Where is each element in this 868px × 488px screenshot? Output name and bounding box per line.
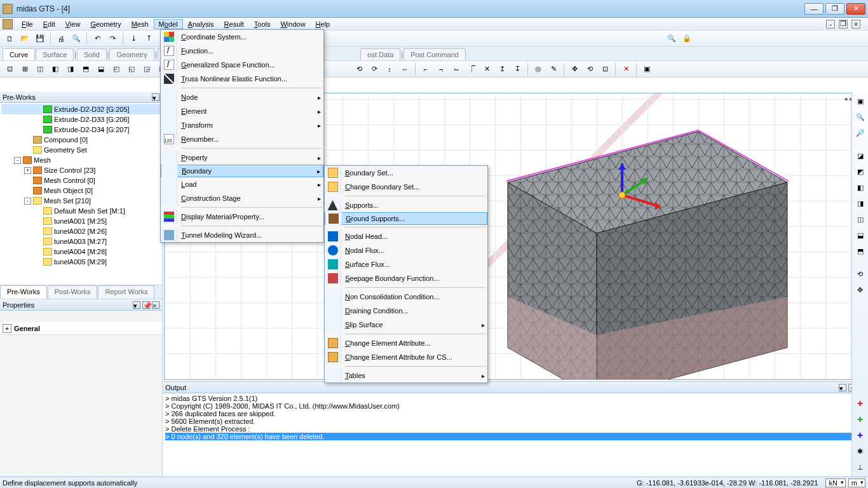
menu-edit[interactable]: Edit: [38, 19, 60, 29]
zoom-fit-icon[interactable]: ▣: [853, 94, 867, 108]
expand-icon[interactable]: +: [3, 324, 11, 333]
menu-item[interactable]: Surface Flux...: [325, 257, 487, 271]
tb2-icon[interactable]: ⌐: [419, 62, 433, 76]
tb2-icon[interactable]: ▣: [640, 62, 654, 76]
import-icon[interactable]: ⤓: [126, 32, 140, 46]
tree-item[interactable]: -Mesh Set [210]: [1, 196, 161, 206]
tree-item[interactable]: Mesh Object [0]: [1, 186, 161, 196]
tb2-icon[interactable]: ¬: [434, 62, 448, 76]
triad-x-icon[interactable]: ✚: [853, 396, 867, 410]
tab-curve[interactable]: Curve: [3, 48, 35, 60]
tb2-icon[interactable]: ⟲: [583, 62, 597, 76]
view-bottom-icon[interactable]: ⬓: [853, 228, 867, 242]
menu-item[interactable]: Transform: [161, 118, 323, 132]
model-dropdown[interactable]: Coordinate System...Function...Generaliz…: [160, 29, 324, 243]
redo-icon[interactable]: ↷: [105, 32, 119, 46]
tree-item[interactable]: Geometry Set: [1, 145, 161, 155]
tb2-icon[interactable]: ⟳: [367, 62, 381, 76]
output-lines[interactable]: > midas GTS Version 2.5.1(1)> Copyright …: [163, 393, 868, 477]
open-icon[interactable]: 📂: [18, 32, 32, 46]
tree-item[interactable]: tunelA002 [M:26]: [1, 226, 161, 236]
menu-item[interactable]: Coordinate System...: [161, 30, 323, 44]
menu-item[interactable]: Load: [161, 177, 323, 191]
tree-item[interactable]: Extrude-D2-D33 [G:206]: [1, 114, 161, 125]
menu-item[interactable]: Boundary Set...: [325, 166, 487, 180]
snap-icon[interactable]: ✱: [853, 444, 867, 458]
tree-item[interactable]: Extrude-D2-D34 [G:207]: [1, 125, 161, 135]
tb2-icon[interactable]: ⊡: [3, 62, 17, 76]
tb2-icon[interactable]: ⎾: [465, 62, 478, 76]
undo-icon[interactable]: ↶: [90, 32, 104, 46]
mdi-restore-icon[interactable]: ❐: [839, 20, 848, 29]
rotate-icon[interactable]: ⟲: [853, 267, 867, 281]
boundary-submenu[interactable]: Boundary Set...Change Boundary Set...Sup…: [324, 165, 488, 383]
menu-geometry[interactable]: Geometry: [85, 19, 126, 29]
menu-item[interactable]: Node: [161, 90, 323, 104]
menu-item[interactable]: Function...: [161, 44, 323, 58]
tb2-icon[interactable]: ◰: [109, 62, 123, 76]
tree-item[interactable]: tunelA003 [M:27]: [1, 236, 161, 247]
menu-item[interactable]: Boundary: [161, 165, 323, 177]
tb2-icon[interactable]: ◱: [125, 62, 139, 76]
view-right-icon[interactable]: ◨: [853, 196, 867, 210]
menu-item[interactable]: Seepage Boundary Function...: [325, 271, 487, 285]
pan-icon[interactable]: ✥: [853, 283, 867, 297]
dropdown-icon[interactable]: ▾: [133, 301, 140, 309]
menu-item[interactable]: Slip Surface: [325, 318, 487, 332]
tab-geometry[interactable]: Geometry: [109, 48, 154, 60]
tb2-icon[interactable]: ◫: [33, 62, 47, 76]
menu-tools[interactable]: Tools: [249, 19, 276, 29]
tree-item[interactable]: tunelA001 [M:25]: [1, 216, 161, 226]
zoom-in-icon[interactable]: 🔍: [853, 110, 867, 124]
tb2-icon[interactable]: ✕: [480, 62, 494, 76]
menu-item[interactable]: Change Boundary Set...: [325, 180, 487, 194]
save-icon[interactable]: 💾: [33, 32, 47, 46]
print-icon[interactable]: 🖨: [54, 32, 68, 46]
delete-icon[interactable]: ✕: [619, 62, 633, 76]
export-icon[interactable]: ⤒: [142, 32, 156, 46]
tab-surface[interactable]: Surface: [36, 48, 74, 60]
close-icon[interactable]: ×: [152, 301, 159, 309]
menu-item[interactable]: Nodal Head...: [325, 229, 487, 243]
dropdown-icon[interactable]: ▾: [152, 93, 159, 101]
tab-solid[interactable]: Solid: [77, 48, 106, 60]
tree[interactable]: Extrude-D2-D32 [G:205]Extrude-D2-D33 [G:…: [0, 103, 162, 285]
menu-item[interactable]: Tunnel Modeling Wizard...: [161, 228, 323, 242]
tb2-icon[interactable]: ◧: [48, 62, 62, 76]
tb2-icon[interactable]: ↥: [495, 62, 509, 76]
tab-postdata[interactable]: ost Data: [360, 48, 400, 60]
tb2-icon[interactable]: ⟲: [352, 62, 366, 76]
lefttab-reportworks[interactable]: Report Works: [98, 285, 154, 299]
mdi-min-icon[interactable]: -: [826, 20, 835, 29]
minimize-button[interactable]: —: [804, 3, 824, 15]
lefttab-preworks[interactable]: Pre-Works: [0, 285, 47, 299]
menu-mesh[interactable]: Mesh: [126, 19, 154, 29]
tb2-icon[interactable]: ✎: [546, 62, 560, 76]
tree-item[interactable]: Extrude-D2-D32 [G:205]: [1, 104, 161, 114]
menu-window[interactable]: Window: [275, 19, 310, 29]
menu-item[interactable]: Property: [161, 151, 323, 165]
menu-item[interactable]: Element: [161, 104, 323, 118]
menu-model[interactable]: Model: [154, 19, 183, 29]
menu-file[interactable]: File: [17, 19, 38, 29]
menu-item[interactable]: Display Material/Property...: [161, 210, 323, 224]
lefttab-postworks[interactable]: Post-Works: [48, 285, 98, 299]
tb2-icon[interactable]: ✥: [567, 62, 581, 76]
zoom-icon[interactable]: 🔍: [665, 32, 679, 46]
unit-length-combo[interactable]: m: [848, 478, 865, 487]
tb2-icon[interactable]: ⬓: [94, 62, 108, 76]
view-iso-icon[interactable]: ◪: [853, 149, 867, 163]
menu-item[interactable]: Non Consolidation Condition...: [325, 290, 487, 304]
menu-item[interactable]: Change Element Attribute for CS...: [325, 350, 487, 364]
menu-item[interactable]: Generalized Space Function...: [161, 58, 323, 72]
zoom-out-icon[interactable]: 🔎: [853, 126, 867, 140]
menu-item[interactable]: Tables: [325, 369, 487, 383]
view-back-icon[interactable]: ⬒: [853, 244, 867, 258]
tb2-icon[interactable]: ⊞: [18, 62, 32, 76]
lock-icon[interactable]: 🔒: [680, 32, 694, 46]
tree-item[interactable]: tunelA005 [M:29]: [1, 257, 161, 267]
tb2-icon[interactable]: ↔: [398, 62, 412, 76]
tb2-icon[interactable]: ⌙: [449, 62, 463, 76]
tb2-icon[interactable]: ⬒: [79, 62, 93, 76]
view-left-icon[interactable]: ◫: [853, 212, 867, 226]
